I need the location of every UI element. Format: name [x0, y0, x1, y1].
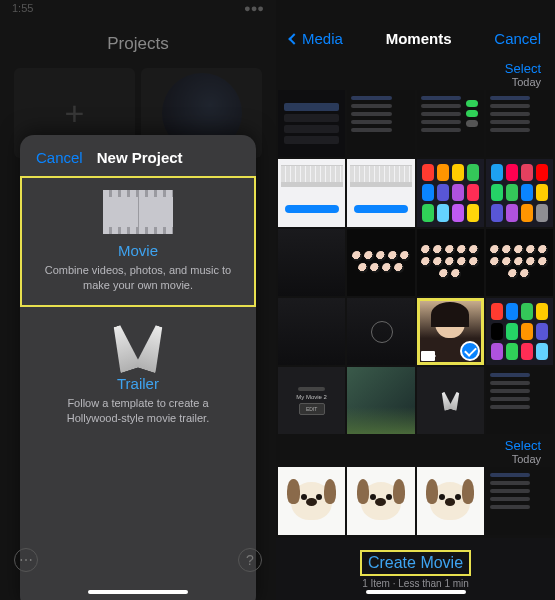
media-thumbnail[interactable]	[486, 467, 553, 534]
chevron-left-icon	[288, 33, 299, 44]
cancel-button[interactable]: Cancel	[36, 149, 83, 166]
cancel-button[interactable]: Cancel	[494, 30, 541, 47]
media-thumbnail[interactable]	[347, 159, 414, 226]
edit-badge: EDIT	[299, 403, 325, 415]
movie-option-title: Movie	[38, 242, 238, 259]
media-thumbnail[interactable]	[347, 229, 414, 296]
plus-icon: +	[65, 94, 85, 133]
media-thumbnail[interactable]	[278, 90, 345, 157]
media-thumbnail[interactable]	[278, 298, 345, 365]
section-date: Today	[290, 453, 541, 465]
movie-option[interactable]: Movie Combine videos, photos, and music …	[20, 176, 256, 307]
right-screen: Media Moments Cancel Select Today	[276, 0, 555, 600]
status-icons: ●●●	[244, 2, 264, 18]
create-movie-button[interactable]: Create Movie	[360, 550, 471, 576]
back-label: Media	[302, 30, 343, 47]
media-thumbnail[interactable]	[417, 159, 484, 226]
media-thumbnail[interactable]	[417, 467, 484, 534]
media-grid: My Movie 2 EDIT	[276, 90, 555, 434]
more-button[interactable]: ⋯	[14, 548, 38, 572]
footer-bar: Create Movie 1 Item · Less than 1 min	[276, 538, 555, 600]
media-thumbnail[interactable]	[278, 159, 345, 226]
media-thumbnail[interactable]	[347, 90, 414, 157]
status-bar: 1:55 ●●●	[0, 0, 276, 20]
media-thumbnail[interactable]	[347, 298, 414, 365]
media-thumbnail[interactable]: My Movie 2 EDIT	[278, 367, 345, 434]
left-screen: 1:55 ●●● Projects + Cancel New Project M…	[0, 0, 276, 600]
new-project-sheet: Cancel New Project Movie Combine videos,…	[20, 135, 256, 600]
trailer-option-desc: Follow a template to create a Hollywood-…	[38, 396, 238, 426]
select-button[interactable]: Select	[290, 438, 541, 453]
section-header: Select Today	[276, 434, 555, 467]
checkmark-icon	[460, 341, 480, 361]
media-thumbnail[interactable]	[486, 159, 553, 226]
help-button[interactable]: ?	[238, 548, 262, 572]
film-icon	[103, 190, 173, 234]
trailer-option[interactable]: Trailer Follow a template to create a Ho…	[20, 307, 256, 440]
sheet-title: New Project	[97, 149, 183, 166]
media-thumbnail[interactable]	[486, 90, 553, 157]
media-thumbnail[interactable]	[486, 367, 553, 434]
media-thumbnail-selected[interactable]	[417, 298, 484, 365]
movie-option-desc: Combine videos, photos, and music to mak…	[38, 263, 238, 293]
spotlight-icon	[113, 325, 163, 371]
media-thumbnail[interactable]	[417, 90, 484, 157]
media-thumbnail[interactable]	[347, 467, 414, 534]
media-thumbnail[interactable]	[486, 298, 553, 365]
back-button[interactable]: Media	[290, 30, 343, 47]
media-grid	[276, 467, 555, 534]
home-indicator[interactable]	[366, 590, 466, 594]
nav-bar: Media Moments Cancel	[276, 20, 555, 57]
section-date: Today	[290, 76, 541, 88]
media-thumbnail[interactable]	[417, 367, 484, 434]
movie-name: My Movie 2	[296, 394, 327, 400]
footer-subtitle: 1 Item · Less than 1 min	[362, 578, 469, 589]
section-header: Select Today	[276, 57, 555, 90]
status-bar	[276, 0, 555, 20]
trailer-option-title: Trailer	[38, 375, 238, 392]
media-thumbnail[interactable]	[486, 229, 553, 296]
media-thumbnail[interactable]	[278, 229, 345, 296]
media-thumbnail[interactable]	[347, 367, 414, 434]
nav-title: Moments	[386, 30, 452, 47]
status-time: 1:55	[12, 2, 33, 18]
media-thumbnail[interactable]	[278, 467, 345, 534]
select-button[interactable]: Select	[290, 61, 541, 76]
home-indicator[interactable]	[88, 590, 188, 594]
video-icon	[421, 351, 435, 361]
media-thumbnail[interactable]	[417, 229, 484, 296]
projects-header: Projects	[0, 20, 276, 68]
